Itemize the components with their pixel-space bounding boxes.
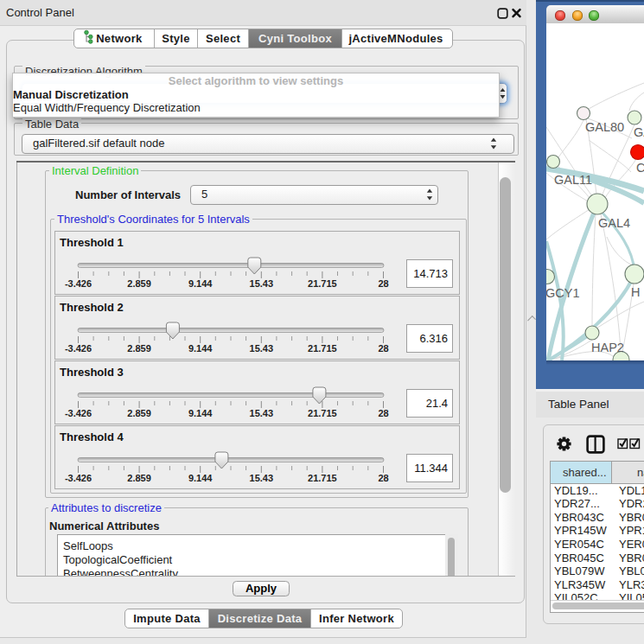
svg-text:GA: GA (634, 125, 644, 139)
svg-text:15.43: 15.43 (250, 278, 274, 289)
svg-text:28: 28 (378, 278, 388, 289)
svg-text:2.859: 2.859 (127, 473, 151, 483)
svg-text:-3.426: -3.426 (65, 408, 92, 418)
svg-text:21.715: 21.715 (308, 473, 337, 483)
svg-text:GAL4: GAL4 (598, 216, 630, 230)
svg-text:Threshold 3: Threshold 3 (60, 366, 124, 379)
svg-text:2.859: 2.859 (127, 408, 151, 418)
svg-text:-3.426: -3.426 (65, 278, 92, 289)
svg-text:9.144: 9.144 (188, 473, 213, 483)
svg-text:Threshold 2: Threshold 2 (60, 301, 124, 314)
svg-text:15.43: 15.43 (250, 473, 274, 483)
svg-text:21.715: 21.715 (308, 343, 337, 354)
svg-text:C: C (636, 161, 644, 175)
svg-text:HAP2: HAP2 (591, 341, 624, 354)
svg-text:Threshold 1: Threshold 1 (60, 236, 124, 249)
svg-text:21.715: 21.715 (308, 408, 337, 418)
svg-text:28: 28 (378, 343, 388, 354)
svg-text:9.144: 9.144 (188, 408, 213, 418)
svg-text:GAL80: GAL80 (585, 120, 624, 134)
svg-text:GCY1: GCY1 (546, 286, 580, 300)
svg-text:GAL11: GAL11 (554, 173, 592, 187)
svg-text:-3.426: -3.426 (65, 473, 92, 483)
svg-text:-3.426: -3.426 (65, 343, 92, 354)
svg-text:28: 28 (378, 473, 388, 483)
svg-text:28: 28 (378, 408, 388, 418)
svg-text:9.144: 9.144 (188, 278, 213, 289)
svg-text:15.43: 15.43 (250, 408, 274, 418)
svg-text:15.43: 15.43 (250, 343, 274, 354)
svg-text:2.859: 2.859 (127, 343, 151, 354)
svg-text:9.144: 9.144 (188, 343, 213, 354)
svg-text:Threshold 4: Threshold 4 (60, 430, 124, 443)
svg-text:H: H (631, 285, 640, 299)
svg-text:21.715: 21.715 (308, 278, 337, 289)
svg-text:2.859: 2.859 (127, 278, 151, 289)
